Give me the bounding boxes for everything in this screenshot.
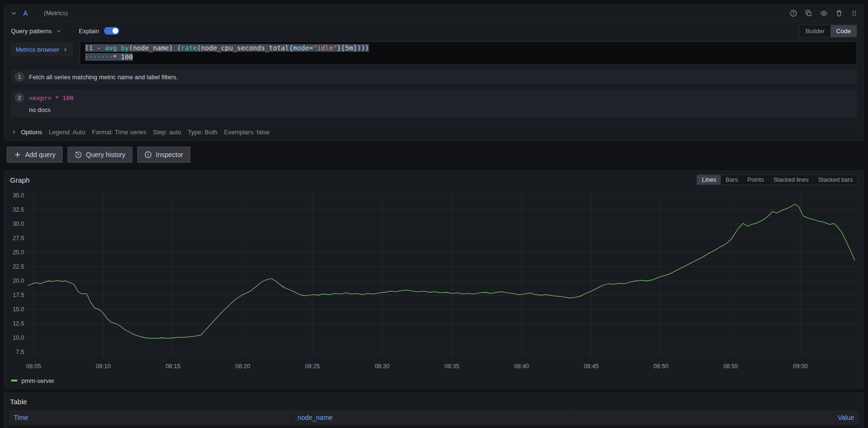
query-toolbar: Query patterns Explain Builder Code xyxy=(4,21,864,40)
code-line: ·······* 100 xyxy=(85,53,852,62)
x-axis-tick-label: 08:50 xyxy=(653,363,668,370)
code-token-str: "idle" xyxy=(313,44,337,52)
graph-panel-header: Graph Lines Bars Points Stacked lines St… xyxy=(9,174,859,186)
graph-style-lines[interactable]: Lines xyxy=(697,175,721,185)
legend-series-label: pmm-server xyxy=(21,377,54,384)
add-query-button[interactable]: Add query xyxy=(7,147,63,163)
x-axis-tick-label: 08:30 xyxy=(375,363,389,370)
y-axis-tick-label: 32.5 xyxy=(13,206,24,213)
code-token-plain: ( xyxy=(85,44,89,52)
graph-style-points[interactable]: Points xyxy=(743,175,769,185)
collapse-query-icon[interactable] xyxy=(10,9,18,17)
explain-step-expression: <expr> * 100 xyxy=(29,94,74,102)
code-line: (1 - avg by(node_name) (rate(node_cpu_se… xyxy=(85,44,852,53)
x-axis-tick-label: 08:45 xyxy=(584,363,599,370)
code-mode-button[interactable]: Code xyxy=(830,25,857,37)
hide-response-eye-icon[interactable] xyxy=(820,9,828,17)
duplicate-icon[interactable] xyxy=(805,9,812,17)
query-line-1-text: (1 - avg by(node_name) (rate(node_cpu_se… xyxy=(85,44,369,52)
inspector-label: Inspector xyxy=(156,151,183,158)
graph-style-stacked-bars[interactable]: Stacked bars xyxy=(813,175,858,185)
query-history-button[interactable]: Query history xyxy=(67,147,132,163)
x-axis-tick-label: 08:55 xyxy=(723,363,738,370)
option-legend-summary: Legend: Auto xyxy=(49,129,85,136)
table-column-node-name[interactable]: node_name xyxy=(292,410,576,425)
plus-icon xyxy=(14,151,21,158)
drag-handle-icon[interactable] xyxy=(850,9,858,17)
history-icon xyxy=(75,151,82,158)
metrics-browser-button[interactable]: Metrics browser xyxy=(11,42,73,56)
table-column-value[interactable]: Value xyxy=(576,410,859,425)
query-row-header: A (Metrics) xyxy=(4,5,864,21)
code-token-num: 1 xyxy=(89,44,93,52)
code-token-plain: * 100 xyxy=(113,53,133,61)
code-token-plain: (node_name) ( xyxy=(129,44,181,52)
help-icon[interactable] xyxy=(790,9,797,17)
explain-toggle[interactable] xyxy=(104,27,119,35)
step-number-badge: 1 xyxy=(15,72,24,82)
chevron-right-icon xyxy=(11,129,17,135)
query-editor-card: A (Metrics) xyxy=(4,5,864,141)
query-ref-id[interactable]: A xyxy=(23,9,28,17)
promql-code-editor[interactable]: (1 - avg by(node_name) (rate(node_cpu_se… xyxy=(80,41,857,65)
x-axis-tick-label: 08:05 xyxy=(26,363,41,370)
y-axis-tick-label: 12.5 xyxy=(13,320,24,327)
graph-style-stacked-lines[interactable]: Stacked lines xyxy=(769,175,813,185)
query-patterns-label: Query patterns xyxy=(11,28,52,35)
time-series-chart[interactable]: 7.510.012.515.017.520.022.525.027.530.03… xyxy=(9,187,859,375)
y-axis-tick-label: 20.0 xyxy=(13,278,24,284)
options-label: Options xyxy=(21,129,42,136)
x-axis-tick-label: 08:20 xyxy=(235,363,250,370)
option-step-summary: Step: auto xyxy=(153,129,181,136)
code-token-plain xyxy=(117,44,121,52)
code-token-ws: ······· xyxy=(85,53,113,61)
explain-step-docs: no docs xyxy=(29,106,853,113)
query-line-2-text: ·······* 100 xyxy=(85,53,133,61)
code-token-fn: by xyxy=(121,44,129,52)
table-panel: Table Time node_name Value xyxy=(4,392,864,428)
option-exemplars-summary: Exemplars: false xyxy=(224,129,270,136)
explain-step-text: Fetch all series matching metric name an… xyxy=(29,74,178,81)
option-format-summary: Format: Time series xyxy=(92,129,146,136)
explain-label: Explain xyxy=(79,28,99,35)
explain-step-2: 2 <expr> * 100 no docs xyxy=(11,90,857,118)
y-axis-tick-label: 30.0 xyxy=(13,221,24,227)
code-token-fn: rate xyxy=(181,44,197,52)
y-axis-tick-label: 10.0 xyxy=(13,335,24,341)
x-axis-tick-label: 09:00 xyxy=(793,363,808,370)
metrics-browser-label: Metrics browser xyxy=(16,46,59,53)
x-axis-tick-label: 08:40 xyxy=(514,363,529,370)
query-history-label: Query history xyxy=(86,151,125,158)
query-patterns-dropdown[interactable]: Query patterns xyxy=(11,28,62,35)
code-token-plain: - xyxy=(93,44,105,52)
table-column-time[interactable]: Time xyxy=(9,410,292,425)
explain-step-1: 1 Fetch all series matching metric name … xyxy=(11,70,857,84)
builder-mode-button[interactable]: Builder xyxy=(800,25,830,37)
table-row xyxy=(9,425,859,428)
add-query-label: Add query xyxy=(25,151,56,158)
query-options-row: Options Legend: Auto Format: Time series… xyxy=(4,123,864,140)
x-axis-tick-label: 08:35 xyxy=(444,363,459,370)
x-axis-tick-label: 08:25 xyxy=(305,363,320,370)
explore-page: A (Metrics) xyxy=(0,0,868,428)
explain-switch-field: Explain xyxy=(79,27,119,35)
inspector-button[interactable]: Inspector xyxy=(137,147,190,163)
options-collapse-toggle[interactable]: Options xyxy=(11,129,42,136)
code-token-plain: }[5m]))) xyxy=(337,44,369,52)
y-axis-tick-label: 35.0 xyxy=(13,192,24,199)
y-axis-tick-label: 22.5 xyxy=(13,263,24,270)
remove-query-trash-icon[interactable] xyxy=(835,9,843,17)
chevron-right-icon xyxy=(62,47,68,53)
x-axis-tick-label: 08:10 xyxy=(96,363,111,370)
option-type-summary: Type: Both xyxy=(188,129,217,136)
table-header-row: Time node_name Value xyxy=(9,410,859,425)
graph-panel: Graph Lines Bars Points Stacked lines St… xyxy=(4,170,864,389)
step-number-badge: 2 xyxy=(15,93,24,102)
legend-series-swatch xyxy=(11,380,18,381)
graph-legend-item[interactable]: pmm-server xyxy=(9,376,859,385)
graph-style-bars[interactable]: Bars xyxy=(721,175,743,185)
table-panel-title: Table xyxy=(9,396,859,406)
code-token-plain: (node_cpu_seconds_total{ xyxy=(197,44,293,52)
editor-mode-group: Builder Code xyxy=(799,25,857,37)
graph-panel-title: Graph xyxy=(10,176,30,184)
